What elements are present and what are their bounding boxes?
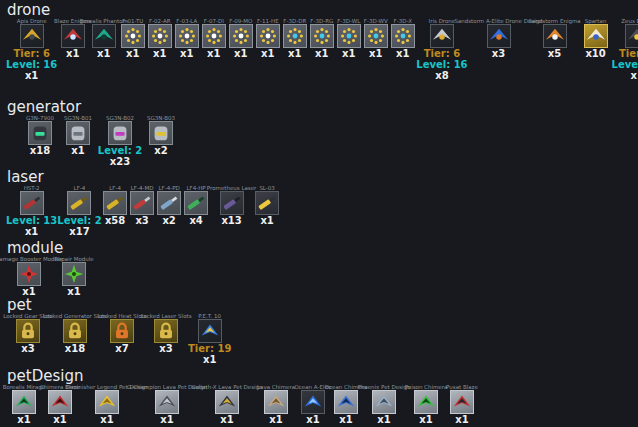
generator-items-row: G3N-7900x18SG3N-B01x1SG3N-B02Level: 2x23… xyxy=(0,115,638,167)
item-pusat-blaze-pet-design[interactable]: Pusat Blazex1 xyxy=(446,384,478,425)
item-label: Zeus Drone xyxy=(621,18,638,24)
item-label: P.E.T. 10 xyxy=(198,313,221,319)
item-label: Spartan xyxy=(585,18,607,24)
item-formation-f-3d-rg[interactable]: F-3D-RGx1 xyxy=(308,18,335,59)
item-blaze-enigma-drone[interactable]: Blaze Enigmax1 xyxy=(57,18,88,59)
section-petDesign: petDesignBorealis Miragex1Chimera Blazex… xyxy=(0,368,638,425)
item-label: F-02-AR xyxy=(149,18,171,24)
item-p-e-t-10[interactable]: P.E.T. 10Tier: 19x1 xyxy=(188,313,231,365)
section-title-generator: generator xyxy=(0,99,638,115)
item-label: LF-4 xyxy=(74,185,86,191)
item-g3n-7900-generator[interactable]: G3N-7900x18 xyxy=(20,115,60,156)
item-count: x13 xyxy=(221,215,241,226)
item-label: F-07-DI xyxy=(204,18,224,24)
laser-items-row: HST-2Level: 13x1LF-4Level: 2x17LF-4x58LF… xyxy=(0,185,638,237)
item-formation-f-3d-dr[interactable]: F-3D-DRx1 xyxy=(281,18,308,59)
item-chimera-blaze-pet-design[interactable]: Chimera Blazex1 xyxy=(42,384,78,425)
item-count: x1 xyxy=(100,414,113,425)
item-formation-f-11-he[interactable]: F-11-HEx1 xyxy=(254,18,281,59)
item-locked-generator-slots[interactable]: Locked Generator Slotsx18 xyxy=(50,313,100,354)
item-lf4-hp-laser[interactable]: LF4-HPx4 xyxy=(183,185,210,226)
item-locked-heat-slots[interactable]: Locked Heat Slotsx7 xyxy=(100,313,144,354)
item-lf-4-laser[interactable]: LF-4x58 xyxy=(102,185,129,226)
lf-4-pd-laser-icon xyxy=(157,191,181,215)
item-count: x1 xyxy=(66,48,79,59)
spartan-drone-icon xyxy=(584,24,608,48)
item-lava-chimera-pet-design[interactable]: Lava Chimerax1 xyxy=(256,384,296,425)
pet-items-row: Locked Gear Slotsx3Locked Generator Slot… xyxy=(0,313,638,365)
item-sandstorm-enigma-drone[interactable]: Sandstorm Enigmax5 xyxy=(530,18,580,59)
item-formation-f-3d-wv[interactable]: F-3D-WVx1 xyxy=(362,18,389,59)
item-formation-f-02-ar[interactable]: F-02-ARx1 xyxy=(146,18,173,59)
item-lf-4-laser[interactable]: LF-4Level: 2x17 xyxy=(57,185,101,237)
item-locked-laser-slots[interactable]: Locked Laser Slotsx3 xyxy=(144,313,188,354)
item-locked-gear-slots[interactable]: Locked Gear Slotsx3 xyxy=(6,313,50,354)
item-formation-f-09-mo[interactable]: F-09-MOx1 xyxy=(227,18,254,59)
borealis-phantom-drone-icon xyxy=(92,24,116,48)
item-diminisher-legend-pet-design[interactable]: Diminisher Legend Pet Designx1 xyxy=(78,384,136,425)
item-formation-f-3d-x[interactable]: F-3D-Xx1 xyxy=(389,18,416,59)
item-borealis-mirage-pet-design[interactable]: Borealis Miragex1 xyxy=(6,384,42,425)
item-prometheus-laser[interactable]: Prometheus Laserx13 xyxy=(210,185,254,226)
locked-laser-slots-icon xyxy=(154,319,178,343)
item-count: x1 xyxy=(203,354,216,365)
item-ocean-chimera-pet-design[interactable]: Ocean Chimerax1 xyxy=(330,384,362,425)
item-label: Apis Drone xyxy=(17,18,47,24)
item-label: F-03-LA xyxy=(176,18,197,24)
item-count: x3 xyxy=(492,48,505,59)
item-formation-f-3d-wl[interactable]: F-3D-WLx1 xyxy=(335,18,362,59)
item-g-champion-lava-pet-design[interactable]: G-Champion Lava Pet Designx1 xyxy=(136,384,198,425)
item-phoenix-pet-design[interactable]: Phoenix Pet Designx1 xyxy=(362,384,406,425)
formation-f-01-tu-icon xyxy=(121,24,145,48)
inventory-page: droneApis DroneTier: 6Level: 16x1Blaze E… xyxy=(0,2,638,425)
item-sg3n-b02-generator[interactable]: SG3N-B02Level: 2x23 xyxy=(96,115,144,167)
section-generator: generatorG3N-7900x18SG3N-B01x1SG3N-B02Le… xyxy=(0,99,638,167)
item-count: x1 xyxy=(306,414,319,425)
item-count: x1 xyxy=(630,70,638,81)
ocean-chimera-pet-design-icon xyxy=(334,390,358,414)
formation-f-3d-wv-icon xyxy=(364,24,388,48)
item-apis-drone[interactable]: Apis DroneTier: 6Level: 16x1 xyxy=(6,18,57,81)
sandstorm-enigma-drone-icon xyxy=(543,24,567,48)
item-sg3n-b03-generator[interactable]: SG3N-B03x2 xyxy=(144,115,178,156)
item-tier: Tier: 19 xyxy=(188,343,231,354)
item-count: x2 xyxy=(154,145,167,156)
item-goliath-x-lava-pet-design[interactable]: Goliath-X Lava Pet Designx1 xyxy=(198,384,256,425)
item-label: F-3D-WV xyxy=(364,18,388,24)
diminisher-legend-pet-design-icon xyxy=(95,390,119,414)
item-hst-2-laser[interactable]: HST-2Level: 13x1 xyxy=(6,185,57,237)
pusat-blaze-pet-design-icon xyxy=(450,390,474,414)
item-lf-4-md-laser[interactable]: LF-4-MDx3 xyxy=(129,185,156,226)
item-label: F-09-MO xyxy=(229,18,252,24)
item-damage-booster-module[interactable]: Damage Booster Modulex1 xyxy=(6,256,52,297)
item-sl-03-laser[interactable]: SL-03x1 xyxy=(254,185,281,226)
item-iris-drone[interactable]: Iris DroneTier: 6Level: 16x8 xyxy=(416,18,467,81)
item-label: LF-4-PD xyxy=(158,185,179,191)
item-ocean-a-elite-pet-design[interactable]: Ocean A-Elitex1 xyxy=(296,384,330,425)
item-formation-f-01-tu[interactable]: F-01-TUx1 xyxy=(119,18,146,59)
g-champion-lava-pet-design-icon xyxy=(155,390,179,414)
item-sandstorm-a-elite-drone-design[interactable]: Sandstorm A-Elite Drone Designx3 xyxy=(468,18,530,59)
item-formation-f-07-di[interactable]: F-07-DIx1 xyxy=(200,18,227,59)
item-level: Level: 16 xyxy=(6,59,57,70)
formation-f-07-di-icon xyxy=(202,24,226,48)
formation-f-3d-wl-icon xyxy=(337,24,361,48)
item-label: SG3N-B01 xyxy=(64,115,92,121)
item-sg3n-b01-generator[interactable]: SG3N-B01x1 xyxy=(60,115,96,156)
locked-heat-slots-icon xyxy=(110,319,134,343)
item-count: x1 xyxy=(220,414,233,425)
item-label: Lava Chimera xyxy=(257,384,295,390)
lf-4-laser-icon xyxy=(103,191,127,215)
item-zeus-drone[interactable]: Zeus DroneTier: 6Level: 16x1 xyxy=(612,18,638,81)
item-repair-module[interactable]: Repair Modulex1 xyxy=(52,256,96,297)
item-lf-4-pd-laser[interactable]: LF-4-PDx2 xyxy=(156,185,183,226)
borealis-mirage-pet-design-icon xyxy=(12,390,36,414)
item-poison-chimera-pet-design[interactable]: Poison Chimerax1 xyxy=(406,384,446,425)
item-count: x1 xyxy=(126,48,139,59)
formation-f-3d-rg-icon xyxy=(310,24,334,48)
item-count: x1 xyxy=(207,48,220,59)
item-count: x1 xyxy=(71,145,84,156)
item-borealis-phantom-drone[interactable]: Borealis Phantomx1 xyxy=(88,18,119,59)
item-formation-f-03-la[interactable]: F-03-LAx1 xyxy=(173,18,200,59)
item-spartan-drone[interactable]: Spartanx10 xyxy=(580,18,612,59)
